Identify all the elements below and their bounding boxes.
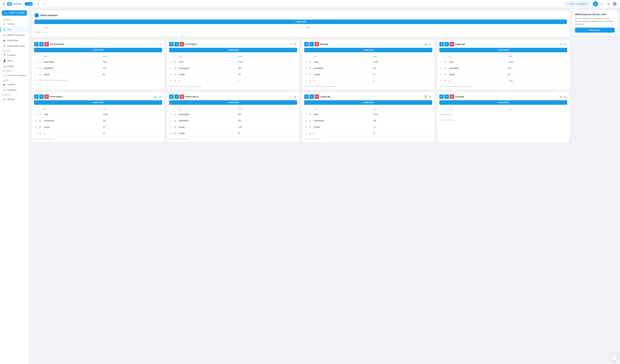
delete-row-button[interactable]: 🗑: [173, 60, 177, 64]
edit-row-button[interactable]: ✎: [34, 113, 38, 116]
upload-button[interactable]: ⬆: [439, 42, 444, 46]
item-card-grid-view-icon[interactable]: ⊞: [428, 42, 432, 46]
edit-row-button[interactable]: ✎: [169, 73, 173, 76]
edit-row-button[interactable]: ✎: [439, 66, 443, 70]
edit-row-button[interactable]: ✎: [439, 73, 443, 76]
delete-button[interactable]: 🗑: [450, 42, 454, 46]
edit-row-button[interactable]: ✎: [169, 119, 173, 122]
upload-button[interactable]: ⬆: [439, 94, 444, 99]
delete-button[interactable]: 🗑: [44, 94, 49, 99]
delete-button[interactable]: 🗑: [314, 42, 319, 46]
sidebar-item-model-editor[interactable]: ◧ Model Editor: [0, 38, 29, 43]
edit-row-button[interactable]: ✎: [34, 66, 38, 70]
edit-row-button[interactable]: ✎: [169, 132, 173, 135]
upload-button[interactable]: ⬆: [34, 42, 39, 46]
delete-button[interactable]: 🗑: [450, 94, 454, 99]
delete-row-button[interactable]: 🗑: [308, 79, 312, 83]
edit-row-button[interactable]: ✎: [304, 132, 308, 135]
edit-row-button[interactable]: ✎: [304, 73, 308, 76]
item-card-grid-view-icon[interactable]: ⊞: [563, 95, 567, 99]
item-add-data-button[interactable]: + ADD DATA: [439, 100, 567, 105]
item-add-data-button[interactable]: + ADD DATA: [439, 48, 567, 52]
read-more-button[interactable]: Read more: [575, 28, 615, 33]
download-button[interactable]: ⬇: [445, 94, 449, 99]
delete-row-button[interactable]: 🗑: [173, 125, 177, 129]
item-card-grid-view-icon[interactable]: ⊞: [158, 95, 162, 99]
item-card-grid-view-icon[interactable]: ⊞: [158, 42, 162, 46]
delete-row-button[interactable]: 🗑: [38, 119, 42, 122]
edit-row-button[interactable]: ✎: [169, 125, 173, 129]
download-button[interactable]: ⬇: [445, 42, 449, 46]
active-tab[interactable]: 🔧 ▾: [25, 2, 33, 6]
sidebar-item-data[interactable]: ⊞ Data: [0, 27, 29, 32]
sidebar-item-insights[interactable]: 📊 Insights: [0, 63, 29, 69]
sidebar-item-content[interactable]: ✎ Content: [0, 21, 29, 27]
sidebar-item-inspiration[interactable]: ★ Inspiration: [0, 87, 29, 93]
edit-row-button[interactable]: ✎: [34, 60, 38, 64]
delete-row-button[interactable]: 🗑: [173, 73, 177, 76]
delete-button[interactable]: 🗑: [180, 94, 184, 99]
sidebar-item-users[interactable]: 👤 Users: [0, 58, 29, 63]
upload-button[interactable]: ⬆: [169, 94, 174, 99]
delete-row-button[interactable]: 🗑: [38, 113, 42, 116]
water-icon-button[interactable]: 💧: [593, 1, 598, 6]
delete-row-button[interactable]: 🗑: [308, 132, 312, 135]
item-card-grid-view-icon[interactable]: ⊞: [293, 42, 297, 46]
edit-row-button[interactable]: ✎: [439, 60, 443, 64]
download-button[interactable]: ⬇: [174, 42, 179, 46]
delete-button[interactable]: 🗑: [44, 42, 49, 46]
item-add-data-button[interactable]: + ADD DATA: [304, 48, 432, 52]
delete-row-button[interactable]: 🗑: [173, 119, 177, 122]
download-button[interactable]: ⬇: [39, 42, 44, 46]
edit-row-button[interactable]: ✎: [304, 125, 308, 129]
item-add-data-button[interactable]: + ADD DATA: [169, 48, 297, 52]
sidebar-item-webar[interactable]: ⊡ WebAR Customizer: [0, 32, 29, 38]
hamburger-icon[interactable]: ☰: [2, 2, 5, 6]
item-add-data-button[interactable]: + ADD DATA: [34, 100, 162, 105]
delete-row-button[interactable]: 🗑: [308, 66, 312, 70]
global-add-data-button[interactable]: + ADD DATA: [34, 19, 567, 24]
delete-button[interactable]: 🗑: [180, 42, 184, 46]
delete-row-button[interactable]: 🗑: [38, 66, 42, 70]
edit-row-button[interactable]: ✎: [304, 113, 308, 116]
sdks-integrations-button[interactable]: ⬆ SDKs & Integrations: [565, 2, 591, 6]
delete-row-button[interactable]: 🗑: [444, 66, 447, 70]
edit-tab-button[interactable]: ✎: [36, 2, 41, 6]
edit-row-button[interactable]: ✎: [304, 66, 308, 70]
upload-button[interactable]: ⬆: [304, 42, 309, 46]
item-card-grid-view-icon[interactable]: ⊞: [293, 95, 297, 99]
delete-row-button[interactable]: 🗑: [173, 132, 177, 135]
item-add-data-button[interactable]: + ADD DATA: [169, 100, 297, 105]
add-to-cloud-button[interactable]: ☁ ＋ ADD TO CLOUD: [2, 10, 27, 16]
download-button[interactable]: ⬇: [39, 94, 44, 99]
edit-row-button[interactable]: ✎: [169, 79, 173, 83]
user-avatar[interactable]: 👤: [612, 1, 618, 6]
edit-row-button[interactable]: ✎: [439, 79, 443, 83]
sidebar-item-locations[interactable]: 📍 Locations: [0, 52, 29, 58]
delete-row-button[interactable]: 🗑: [308, 125, 312, 129]
sidebar-item-settings[interactable]: ⚙ Settings: [0, 96, 29, 102]
download-button[interactable]: ⬇: [309, 94, 314, 99]
delete-row-button[interactable]: 🗑: [173, 79, 177, 83]
upload-button[interactable]: ⬆: [34, 94, 39, 99]
delete-row-button[interactable]: 🗑: [308, 73, 312, 76]
edit-row-button[interactable]: ✎: [169, 113, 173, 116]
delete-button[interactable]: 🗑: [314, 94, 319, 99]
item-card-grid-view-icon[interactable]: ⊞: [563, 42, 567, 46]
delete-row-button[interactable]: 🗑: [173, 66, 177, 70]
search-icon-button[interactable]: 🔍: [606, 1, 611, 6]
delete-row-button[interactable]: 🗑: [38, 73, 42, 76]
edit-row-button[interactable]: ✎: [304, 119, 308, 122]
upload-button[interactable]: ⬆: [169, 42, 174, 46]
delete-row-button[interactable]: 🗑: [38, 60, 42, 64]
delete-row-button[interactable]: 🗑: [308, 119, 312, 122]
item-add-data-button[interactable]: + ADD DATA: [304, 100, 432, 105]
delete-row-button[interactable]: 🗑: [444, 79, 447, 83]
sidebar-item-tutorials[interactable]: ▶ Tutorials: [0, 82, 29, 87]
edit-row-button[interactable]: ✎: [169, 66, 173, 70]
help-float-button[interactable]: ?: [612, 356, 617, 361]
edit-row-button[interactable]: ✎: [34, 125, 38, 129]
delete-row-button[interactable]: 🗑: [38, 132, 42, 135]
edit-row-button[interactable]: ✎: [169, 60, 173, 64]
edit-row-button[interactable]: ✎: [304, 60, 308, 64]
